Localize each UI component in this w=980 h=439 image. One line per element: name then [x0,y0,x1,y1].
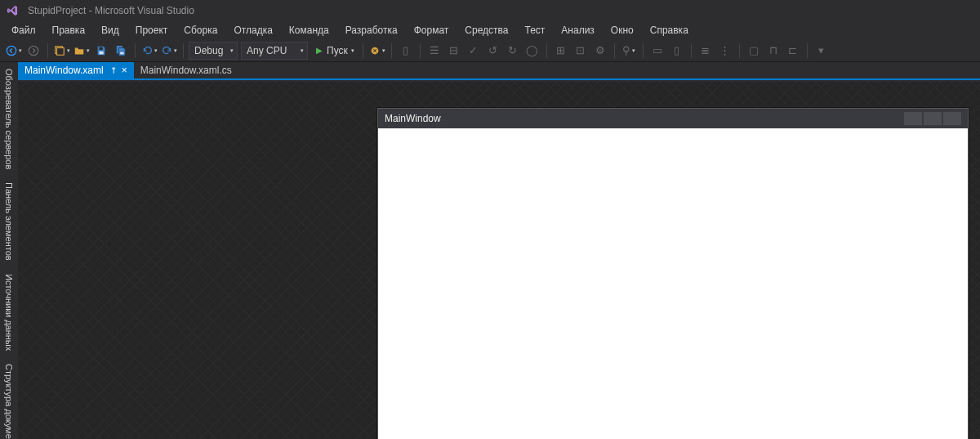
menu-project[interactable]: Проект [127,22,176,38]
tab-label: MainWindow.xaml.cs [140,65,232,76]
toolbar: ▾ ▾ ▾ ▾ ▾ Debug ▾ Any CPU ▾ ▶ Пуск ▾ [0,39,980,62]
nav-back-button[interactable]: ▾ [5,42,23,60]
distribute-h-button[interactable]: ◯ [523,42,541,60]
toolbar-separator [807,43,808,58]
size-width-button[interactable]: ⊞ [552,42,570,60]
align-left-button[interactable]: ☰ [425,42,443,60]
redo-button[interactable]: ▾ [160,42,178,60]
lock-button[interactable]: ⊓ [764,42,782,60]
tab-mainwindow-xaml-cs[interactable]: MainWindow.xaml.cs [134,62,238,78]
close-icon[interactable]: × [122,65,127,76]
solution-config-value: Debug [194,45,223,56]
toolbar-separator [420,43,421,58]
open-file-button[interactable]: ▾ [73,42,91,60]
align-right-button[interactable]: ✓ [465,42,483,60]
tab-label: MainWindow.xaml [24,65,104,76]
menu-build[interactable]: Сборка [176,22,225,38]
preview-client-area[interactable] [378,128,968,439]
menu-format[interactable]: Формат [406,22,457,38]
menu-debug[interactable]: Отладка [225,22,280,38]
preview-close-button [943,112,961,125]
svg-rect-6 [120,52,123,54]
sidetab-toolbox[interactable]: Панель элементов [2,176,16,267]
space-h-button[interactable]: ⚲▾ [620,42,638,60]
svg-rect-5 [99,51,103,54]
sidetab-data-sources[interactable]: Источники данных [2,267,16,357]
toolbar-separator [643,43,644,58]
left-sidebar-tabs: Обозреватель серверов Панель элементов И… [0,62,18,439]
browser-link-button[interactable]: ▾ [368,42,386,60]
menu-edit[interactable]: Правка [44,22,94,38]
svg-rect-4 [99,47,102,50]
chevron-down-icon: ▾ [230,47,234,54]
menu-view[interactable]: Вид [93,22,127,38]
menu-help[interactable]: Справка [642,22,697,38]
snap-button[interactable]: ▢ [745,42,763,60]
svg-point-0 [7,46,16,55]
align-top-button[interactable]: ↺ [484,42,502,60]
sidetab-document-outline[interactable]: Структура документа [2,357,16,439]
align-center-button[interactable]: ⊟ [445,42,463,60]
preview-title-bar: MainWindow [378,109,968,128]
save-all-button[interactable] [112,42,130,60]
send-back-button[interactable]: ▯ [668,42,686,60]
new-project-button[interactable]: ▾ [53,42,71,60]
toolbar-separator [739,43,740,58]
document-tab-row: MainWindow.xaml ⤒ × MainWindow.xaml.cs [18,62,980,80]
toolbar-separator [546,43,547,58]
window-title: StupidProject - Microsoft Visual Studio [28,5,194,16]
menu-analyze[interactable]: Анализ [553,22,603,38]
chevron-down-icon: ▾ [351,47,354,54]
toolbar-separator [391,43,392,58]
tab-order-button[interactable]: ≣ [697,42,715,60]
visual-studio-logo-icon [5,4,20,17]
sidetab-server-explorer[interactable]: Обозреватель серверов [2,62,16,176]
preview-minimize-button [904,112,922,125]
toolbar-separator [691,43,692,58]
menu-window[interactable]: Окно [603,22,642,38]
toolbar-separator [363,43,363,58]
solution-platform-value: Any CPU [247,45,287,56]
menu-tools[interactable]: Средства [457,22,516,38]
toolbar-separator [47,43,48,58]
preview-window-title: MainWindow [385,113,441,124]
preview-maximize-button [924,112,942,125]
misc-button[interactable]: ⊏ [784,42,802,60]
nav-forward-button[interactable] [24,42,42,60]
window-preview[interactable]: MainWindow [377,108,969,439]
play-icon: ▶ [316,46,323,55]
tab-mainwindow-xaml[interactable]: MainWindow.xaml ⤒ × [18,62,134,78]
toolbar-separator [183,43,184,58]
toolbar-separator [135,43,136,58]
menu-file[interactable]: Файл [3,22,44,38]
size-height-button[interactable]: ⊡ [572,42,590,60]
menu-design[interactable]: Разработка [337,22,406,38]
align-bottom-button[interactable]: ↻ [504,42,522,60]
menu-team[interactable]: Команда [281,22,337,38]
grid-toggle-button[interactable]: ⋮ [716,42,734,60]
layout-group-button[interactable]: ▯ [397,42,415,60]
undo-button[interactable]: ▾ [140,42,158,60]
svg-point-1 [29,46,38,55]
xaml-designer-surface[interactable]: MainWindow [18,82,980,439]
toolbar-separator [614,43,615,58]
size-both-button[interactable]: ⚙ [591,42,609,60]
menu-bar: Файл Правка Вид Проект Сборка Отладка Ко… [0,21,980,39]
solution-platform-combo[interactable]: Any CPU ▾ [241,42,308,60]
overflow-button[interactable]: ▾ [813,42,831,60]
save-button[interactable] [92,42,110,60]
chevron-down-icon: ▾ [301,47,304,54]
start-label: Пуск [327,45,348,56]
bring-front-button[interactable]: ▭ [648,42,666,60]
start-debug-button[interactable]: ▶ Пуск ▾ [311,42,358,60]
menu-test[interactable]: Тест [517,22,554,38]
pin-icon[interactable]: ⤒ [110,66,117,75]
svg-rect-3 [57,47,65,55]
solution-config-combo[interactable]: Debug ▾ [189,42,238,60]
title-bar: StupidProject - Microsoft Visual Studio [0,0,980,21]
